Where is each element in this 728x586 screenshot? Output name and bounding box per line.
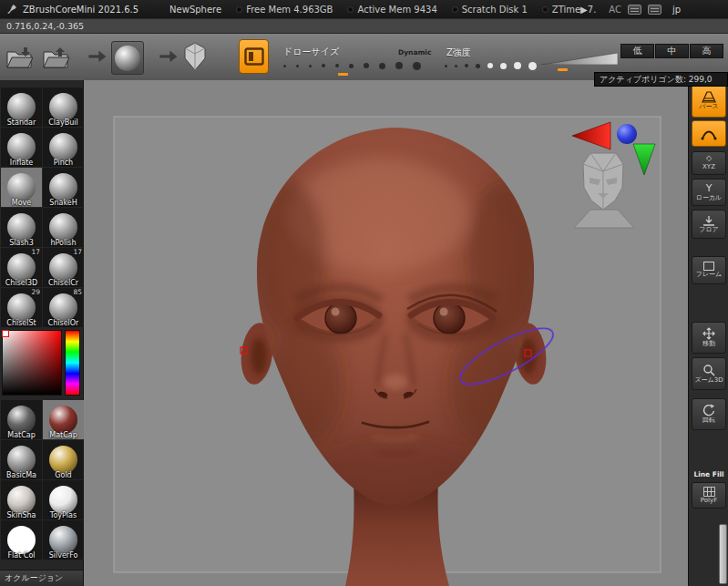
material-thumbnail [49, 526, 77, 554]
color-hue-bar[interactable] [65, 330, 80, 396]
draw-size-slider[interactable] [283, 61, 421, 70]
material-gold[interactable]: Gold [43, 440, 84, 479]
brush-chisel3d[interactable]: 17Chisel3D [1, 248, 42, 287]
edit-mode-button[interactable] [239, 39, 269, 74]
axis-z-ball-icon [617, 124, 637, 144]
brush-claybuildup[interactable]: ClayBuil [43, 87, 84, 127]
cursor-coordinates: 0.716,0.24,-0.365 [6, 21, 84, 31]
open-file-button[interactable] [5, 46, 33, 70]
resolution-high-button[interactable]: 高 [690, 44, 723, 58]
curve-toggle-button[interactable] [692, 120, 726, 147]
floor-icon [702, 215, 715, 226]
axis-diamond-icon: ◇ [706, 155, 712, 163]
dynamic-resolution-indicator [558, 68, 568, 71]
material-thumbnail [49, 446, 77, 474]
apply-arrow-icon [87, 48, 108, 65]
rotate-icon [702, 404, 716, 416]
brush-thumbnail [49, 293, 77, 322]
dynamic-resolution-wedge[interactable] [541, 53, 618, 65]
floor-button[interactable]: フロア [692, 210, 726, 239]
resolution-mid-button[interactable]: 中 [655, 44, 689, 58]
resolution-low-button[interactable]: 低 [620, 44, 654, 58]
z-intensity-label: Z強度 [446, 46, 471, 59]
move-arrows-icon [702, 327, 715, 340]
stat-active-mem: Active Mem 9434 [347, 5, 436, 15]
frame-icon [703, 262, 714, 271]
export-button[interactable] [183, 42, 207, 72]
brush-standard[interactable]: Standar [1, 87, 42, 127]
brush-thumbnail [49, 253, 77, 282]
document-name: NewSphere [169, 5, 221, 15]
brush-move[interactable]: Move [1, 168, 42, 207]
status-dot-icon [347, 6, 354, 13]
perspective-button[interactable]: パース [692, 84, 726, 118]
brush-chiselcreature[interactable]: 17ChiselCr [43, 248, 84, 287]
color-sv-square[interactable] [2, 330, 62, 396]
brush-badge: 29 [31, 288, 40, 296]
brush-chiselstructure[interactable]: 29ChiselSt [1, 288, 42, 327]
status-dot-icon [452, 6, 458, 13]
status-dot-icon [236, 6, 242, 13]
brush-thumbnail [7, 173, 36, 201]
color-marker[interactable] [2, 330, 9, 337]
brush-palette: Standar ClayBuil Inflate Pinch Move Snak… [0, 87, 83, 327]
brush-badge: 17 [31, 248, 40, 256]
material-flatcolor[interactable]: Flat Col [1, 520, 42, 560]
brush-thumbnail [7, 253, 36, 282]
material-basic[interactable]: BasicMa [1, 440, 42, 479]
active-polygon-count: アクティブポリゴン数: 299,0 [594, 72, 728, 87]
perspective-icon [702, 91, 716, 103]
floor-axis-button[interactable]: ◇ XYZ [692, 151, 726, 175]
tablet-icon[interactable] [648, 5, 661, 15]
local-axis-icon: Y [706, 183, 713, 194]
brush-thumbnail [49, 173, 77, 201]
language-indicator[interactable]: jp [672, 5, 681, 15]
edit-canvas-icon [244, 47, 264, 66]
brush-thumbnail [49, 133, 77, 161]
z-intensity-slider[interactable] [445, 61, 537, 70]
restore-sphere-button[interactable] [111, 41, 144, 75]
material-thumbnail [7, 486, 36, 514]
material-thumbnail [49, 406, 77, 434]
brush-snakehook[interactable]: SnakeH [43, 168, 84, 207]
right-tray: パース ◇ XYZ Y ローカル フロア [688, 80, 728, 586]
keyboard-icon[interactable] [628, 5, 641, 15]
titlebar: ZBrushCoreMini 2021.6.5 NewSphere Free M… [0, 0, 728, 18]
vertical-scrollbar[interactable] [719, 524, 727, 584]
line-fill-label: Line Fill [689, 470, 728, 478]
zoom3d-button[interactable]: ズーム3D [692, 357, 726, 390]
brush-thumbnail [7, 93, 36, 121]
sphere-tool-icon [115, 46, 140, 71]
left-tray: Standar ClayBuil Inflate Pinch Move Snak… [0, 80, 84, 586]
material-thumbnail [7, 526, 36, 554]
stat-ztime: ZTime▶7. [542, 5, 597, 15]
brush-chiselorganic[interactable]: 85ChiselOr [43, 288, 84, 327]
export-arrow-icon [159, 48, 179, 65]
polyframe-button[interactable]: PolyF [692, 482, 726, 509]
material-skinshade[interactable]: SkinSha [1, 480, 42, 519]
zbrush-logo-icon [5, 3, 18, 15]
brush-pinch[interactable]: Pinch [43, 128, 84, 167]
viewport[interactable] [84, 80, 688, 586]
material-toyplastic[interactable]: ToyPlas [43, 480, 84, 519]
brush-thumbnail [49, 93, 77, 121]
brush-hpolish[interactable]: hPolish [43, 208, 84, 247]
brush-inflate[interactable]: Inflate [1, 128, 42, 167]
app-title: ZBrushCoreMini 2021.6.5 [23, 5, 138, 15]
dynamic-label: Dynamic [398, 48, 431, 57]
move-button[interactable]: 移動 [692, 322, 726, 354]
material-matcap-red[interactable]: MatCap [43, 400, 84, 439]
material-matcap-gray[interactable]: MatCap [1, 400, 42, 439]
frame-button[interactable]: フレーム [692, 256, 726, 284]
ac-label: AC [609, 5, 621, 15]
rotate-button[interactable]: 回転 [692, 398, 726, 430]
color-picker [0, 327, 83, 400]
brush-slash3[interactable]: Slash3 [1, 208, 42, 247]
save-file-button[interactable] [42, 46, 69, 70]
local-button[interactable]: Y ローカル [692, 179, 726, 206]
brush-badge: 17 [73, 248, 82, 256]
draw-size-indicator [338, 73, 348, 76]
occlusion-button[interactable]: オクルージョン [0, 570, 83, 586]
material-silverfoil[interactable]: SilverFo [43, 520, 84, 560]
status-dot-icon [542, 6, 549, 13]
